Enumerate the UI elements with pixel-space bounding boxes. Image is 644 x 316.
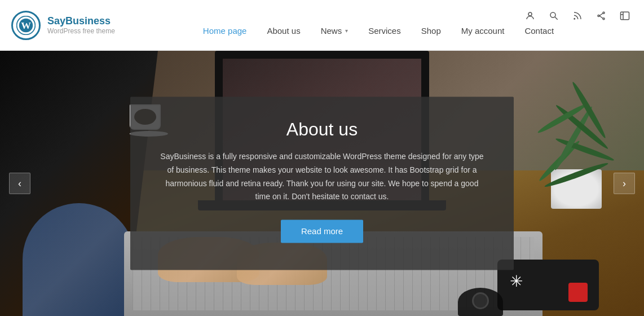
hero-section: ✳ About us SayBusiness is a fully respon… [0,51,644,316]
slider-prev-arrow[interactable]: ‹ [9,173,30,194]
nav-item-myaccount[interactable]: My account [451,26,515,36]
translate-icon[interactable] [617,8,633,24]
nav-link-news[interactable]: News ▾ [311,26,359,36]
camera-lens [472,292,489,309]
person-shirt [23,203,135,316]
case-star-icon: ✳ [510,272,523,291]
wp-logo: W [11,11,41,40]
svg-point-7 [603,12,605,14]
site-subtitle: WordPress free theme [47,27,115,35]
nav-link-myaccount[interactable]: My account [451,26,515,36]
svg-point-4 [550,12,555,17]
svg-rect-12 [621,12,629,20]
logo-area: W SayBusiness WordPress free theme [11,11,124,40]
user-icon[interactable] [522,8,538,24]
share-icon[interactable] [593,8,609,24]
nav-link-homepage[interactable]: Home page [193,26,257,36]
nav-link-shop[interactable]: Shop [411,26,451,36]
slider-next-arrow[interactable]: › [614,173,635,194]
read-more-button[interactable]: Read more [281,220,363,243]
top-icons-bar [522,8,633,24]
case-red-patch [568,283,588,302]
site-title: SayBusiness [47,15,115,28]
header: W SayBusiness WordPress free theme Home … [0,0,644,51]
svg-point-3 [528,12,532,16]
nav-link-contact[interactable]: Contact [514,26,564,36]
nav-link-aboutus[interactable]: About us [257,26,310,36]
hero-overlay: About us SayBusiness is a fully responsi… [130,96,514,270]
svg-point-6 [574,19,575,20]
svg-point-8 [598,15,599,17]
nav-item-contact[interactable]: Contact [514,26,564,36]
camera-body [458,288,503,316]
nav-link-services[interactable]: Services [358,26,411,36]
nav-item-news[interactable]: News ▾ [311,26,359,36]
logo-text: SayBusiness WordPress free theme [47,15,115,36]
plant [526,62,627,209]
search-icon[interactable] [546,8,562,24]
nav-item-shop[interactable]: Shop [411,26,451,36]
nav-item-aboutus[interactable]: About us [257,26,310,36]
svg-line-10 [599,14,603,16]
news-dropdown-arrow: ▾ [345,28,348,34]
rss-icon[interactable] [570,8,585,24]
svg-line-5 [555,17,558,20]
hero-description: SayBusiness is a fully responsive and cu… [158,150,486,204]
svg-text:W: W [21,20,31,31]
hero-title: About us [158,119,486,140]
svg-line-11 [599,16,603,19]
svg-point-9 [603,18,605,20]
nav-item-homepage[interactable]: Home page [193,26,257,36]
nav-item-services[interactable]: Services [358,26,411,36]
